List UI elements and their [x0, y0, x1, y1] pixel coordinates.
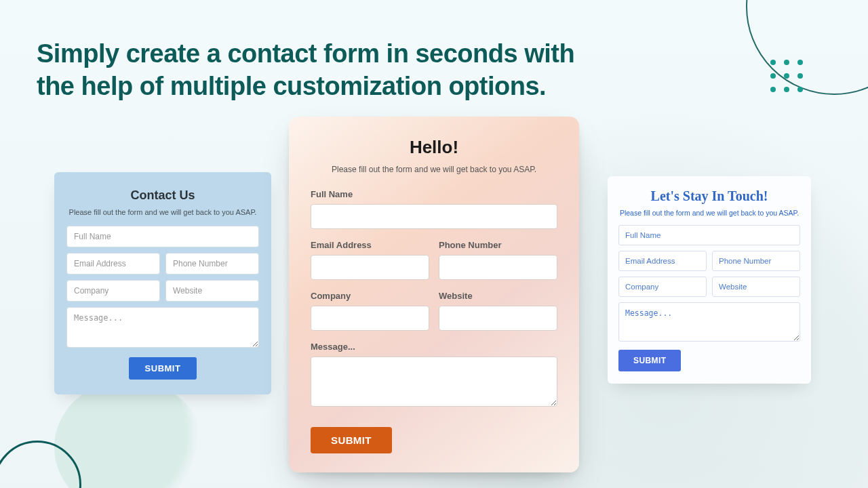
form-card-stay-in-touch: Let's Stay In Touch! Please fill out the… [608, 176, 811, 384]
forms-stage: Contact Us Please fill out the form and … [0, 115, 868, 488]
company-input[interactable] [66, 280, 160, 302]
full-name-input[interactable] [311, 204, 557, 229]
phone-label: Phone Number [439, 240, 557, 250]
email-input[interactable] [66, 253, 160, 274]
form-subtitle: Please fill out the form and we will get… [311, 165, 557, 174]
submit-button[interactable]: SUBMIT [311, 427, 392, 453]
message-textarea[interactable] [66, 307, 259, 348]
full-name-input[interactable] [66, 226, 259, 247]
website-label: Website [439, 291, 557, 301]
form-title: Let's Stay In Touch! [618, 188, 800, 204]
full-name-input[interactable] [618, 225, 800, 245]
form-title: Contact Us [66, 188, 259, 203]
decorative-dots-grid [770, 60, 803, 92]
phone-input[interactable] [712, 251, 800, 271]
page-headline: Simply create a contact form in seconds … [37, 38, 593, 102]
form-card-hello: Hello! Please fill out the form and we w… [289, 117, 579, 472]
form-title: Hello! [311, 137, 557, 158]
form-card-contact-us: Contact Us Please fill out the form and … [54, 172, 271, 394]
message-textarea[interactable] [618, 302, 800, 342]
company-input[interactable] [311, 306, 429, 331]
email-input[interactable] [618, 251, 707, 271]
company-label: Company [311, 291, 429, 301]
full-name-label: Full Name [311, 189, 557, 199]
submit-button[interactable]: SUBMIT [129, 357, 197, 380]
phone-input[interactable] [165, 253, 259, 274]
form-subtitle: Please fill out the form and we will get… [618, 209, 800, 217]
decorative-circle-top-right [746, 0, 868, 95]
form-subtitle: Please fill out the form and we will get… [66, 208, 259, 216]
website-input[interactable] [439, 306, 557, 331]
email-input[interactable] [311, 255, 429, 280]
phone-input[interactable] [439, 255, 557, 280]
company-input[interactable] [618, 277, 707, 297]
website-input[interactable] [165, 280, 259, 302]
message-textarea[interactable] [311, 357, 557, 407]
website-input[interactable] [712, 277, 800, 297]
submit-button[interactable]: SUBMIT [618, 350, 681, 371]
message-label: Message... [311, 342, 557, 352]
email-label: Email Address [311, 240, 429, 250]
